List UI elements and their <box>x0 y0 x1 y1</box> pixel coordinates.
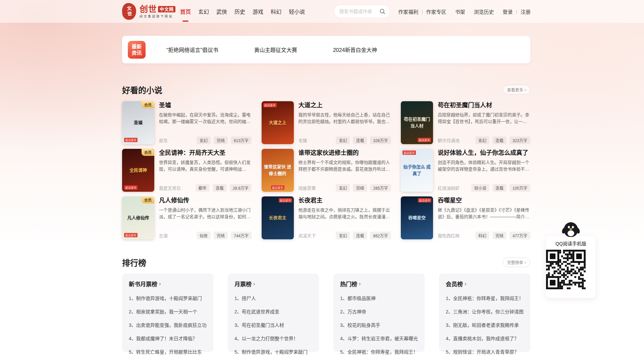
book-card[interactable]: 谁带这家伙 进修士圈的起点读书谁带这家伙进修士圈的修士界有一个不成文的规矩，你哪… <box>262 149 391 192</box>
book-title[interactable]: 凡人修仙传 <box>159 197 252 204</box>
bookshelf-link[interactable]: 书架 <box>455 8 465 15</box>
logo-subtitle: 阅文集团旗下网站 <box>140 15 175 18</box>
ranking-item[interactable]: 4、斗罗：转生岩王帝君，被天幕曝光 <box>340 335 418 342</box>
ranking-item[interactable]: 3、刚无敌，轮回者老婆求我赐传承 <box>446 321 524 328</box>
book-author[interactable]: 阊屋昂黄 <box>299 185 316 191</box>
ranking-row: 新书月票榜›1、制作诡异游戏，十殿阎罗来敲门2、相亲就拿奖励，我一天相一个3、出… <box>122 274 530 352</box>
book-cover[interactable]: 凡人修仙传会员起点读书 <box>122 196 154 239</box>
book-card[interactable]: 凡人修仙传会员起点读书凡人修仙传一个普通山村小子，偶然下进入到当地江湖小门派，成… <box>122 196 252 239</box>
chevron-right-icon: › <box>159 281 161 287</box>
ranking-list-title[interactable]: 会员榜› <box>446 280 524 288</box>
book-card[interactable]: 吞噬星空起点读书吞噬星空继《九鼎记》《盘龙》《星辰变》《寸芒》《星峰传说》后，番… <box>401 196 530 239</box>
book-title[interactable]: 大道之上 <box>299 102 391 109</box>
nav-item-2[interactable]: 武侠 <box>216 0 227 23</box>
ranking-item[interactable]: 4、直播卖桃木剑，我咋成道祖了？ <box>446 335 524 342</box>
ranking-item[interactable]: 2、苟在武道世界成圣 <box>234 308 312 315</box>
book-card[interactable]: 仙子你怎么 成真了起点读书说好体验人生，仙子你怎么成真了创造不同角色，体验精彩人… <box>401 149 530 192</box>
book-cover[interactable]: 仙子你怎么 成真了起点读书 <box>401 149 433 192</box>
book-author[interactable]: 宅猪 <box>299 137 307 143</box>
nav-item-3[interactable]: 历史 <box>234 0 245 23</box>
ranking-item[interactable]: 3、出卖诡异能变强，我卧底疯狂立功 <box>129 321 207 328</box>
ranking-list-title[interactable]: 新书月票榜› <box>129 280 207 288</box>
status-tag: 连载 <box>353 136 367 144</box>
ranking-item[interactable]: 4、以一龙之力打倒整个世界！ <box>234 335 312 342</box>
search-input[interactable] <box>338 8 377 14</box>
book-author[interactable]: 辰东 <box>159 137 168 143</box>
link-separator: | <box>516 9 517 14</box>
book-card[interactable]: 大道之上起点读书大道之上我的爷爷很古怪，他每天给自己上香，站在自己的灵位前吃蜡烛… <box>262 101 391 144</box>
qq-reader-widget[interactable]: QQ阅读手机版 <box>546 236 596 298</box>
book-title[interactable]: 圣墟 <box>159 102 252 109</box>
nav-item-0[interactable]: 首页 <box>180 0 191 23</box>
ranking-list-title[interactable]: 月票榜› <box>234 280 312 288</box>
book-cover[interactable]: 吞噬星空起点读书 <box>401 196 433 239</box>
search-box[interactable] <box>334 5 390 18</box>
writer-zone-link[interactable]: 作家专区 <box>426 8 446 15</box>
ranking-item[interactable]: 4、我都成魔神了！末日才降临？ <box>129 335 207 342</box>
ranking-item[interactable]: 2、相亲就拿奖励，我一天相一个 <box>129 308 207 315</box>
status-tag: 完结 <box>353 184 367 192</box>
ranking-item[interactable]: 2、三角洲：让你考核，你三分钟清图 <box>446 308 524 315</box>
book-author[interactable]: 忘语 <box>159 232 168 239</box>
search-icon[interactable] <box>379 8 385 14</box>
news-item[interactable]: 2024新晋白金大神 <box>333 46 377 54</box>
book-cover[interactable]: 大道之上起点读书 <box>262 101 294 144</box>
ranking-list-title[interactable]: 热门榜› <box>340 280 418 288</box>
history-link[interactable]: 浏览历史 <box>474 8 494 15</box>
book-card[interactable]: 苟在初圣魔门 当人材起点读书苟在初圣魔门当人材吕阳穿越修仙界，却成了魔门初圣宗的… <box>401 101 530 144</box>
book-title[interactable]: 长夜君主 <box>299 197 391 204</box>
book-description: 他游走在长夜之中，徜徉在刀锋之上，摇摆于云端与地狱之间。点燃星魂之火。既然长夜漫… <box>299 207 391 221</box>
login-link[interactable]: 登录 <box>503 8 513 15</box>
nav-item-1[interactable]: 玄幻 <box>198 0 209 23</box>
book-title[interactable]: 吞噬星空 <box>438 197 530 204</box>
ranking-item[interactable]: 5、转生死亡蛛皇，开局献祭比比东 <box>129 348 207 355</box>
nav-item-5[interactable]: 科幻 <box>271 0 281 23</box>
book-card[interactable]: 长夜君主起点读书长夜君主他游走在长夜之中，徜徉在刀锋之上，摇摆于云端与地狱之间。… <box>262 196 391 239</box>
book-cover[interactable]: 苟在初圣魔门 当人材起点读书 <box>401 101 433 144</box>
ranking-item[interactable]: 5、规则怪谈：开局进入青青草原？ <box>446 348 524 355</box>
book-description: 吕阳穿越修仙界，却成了魔门初圣宗的弟子。幸得异宝【百世书】，死后可以重开一世，让… <box>438 112 530 126</box>
chevron-right-icon: › <box>359 281 361 287</box>
book-cover[interactable]: 全民请神会员起点读书 <box>122 149 154 192</box>
rankings-section-head: 排行榜 完整榜单› <box>122 256 530 268</box>
book-author[interactable]: 鹤守月满池 <box>438 137 460 143</box>
wordcount-tag: 613万字 <box>231 136 252 144</box>
book-cover[interactable]: 长夜君主起点读书 <box>262 196 294 239</box>
ranking-item[interactable]: 2、万古神帝 <box>340 308 418 315</box>
writer-welfare-link[interactable]: 作家福利 <box>398 8 418 15</box>
book-title[interactable]: 苟在初圣魔门当人材 <box>438 102 530 109</box>
register-link[interactable]: 注册 <box>521 8 531 15</box>
ranking-item[interactable]: 3、苟在初圣魔门当人材 <box>234 321 312 328</box>
book-description: 创造不同角色，体验精彩人生。开局穿越到一个被架空的吉祥物皇帝身上，通过百世书体验… <box>438 159 530 173</box>
ranking-item[interactable]: 1、都市极品医神 <box>340 295 418 301</box>
chevron-right-icon: › <box>525 87 526 92</box>
site-logo[interactable]: 文世 创世 中文网 阅文集团旗下网站 <box>122 3 175 20</box>
view-more-button[interactable]: 查看更多› <box>503 85 530 95</box>
header: 文世 创世 中文网 阅文集团旗下网站 首页玄幻武侠历史游戏科幻轻小说 <box>0 0 644 23</box>
nav-item-6[interactable]: 轻小说 <box>289 0 305 23</box>
ranking-item[interactable]: 1、捞尸人 <box>234 295 312 301</box>
book-author[interactable]: 红烧油焖虾 <box>438 185 460 191</box>
book-title[interactable]: 谁带这家伙进修士圈的 <box>299 149 391 157</box>
news-item[interactable]: 黄山主题征文大赛 <box>254 46 297 54</box>
book-author[interactable]: 风凌天下 <box>299 232 316 239</box>
cover-brand-chip: 起点读书 <box>418 138 431 142</box>
ranking-item[interactable]: 5、制作诡异游戏，十殿阎罗来敲门 <box>234 348 312 355</box>
ranking-item[interactable]: 1、全民神祇：你拜寿星，我拜阎王！ <box>446 295 524 301</box>
book-cover[interactable]: 谁带这家伙 进修士圈的起点读书 <box>262 149 294 192</box>
ranking-item[interactable]: 3、校花的贴身高手 <box>340 321 418 328</box>
full-rankings-button[interactable]: 完整榜单› <box>503 257 530 267</box>
ranking-item[interactable]: 5、全民神祇：你拜寿星，我拜阎王！ <box>340 348 418 355</box>
book-card[interactable]: 圣墟会员起点读书圣墟在破败中崛起，在寂灭中复苏。沧海成尘，雷电枯竭，那一缕幽雾又… <box>122 101 252 144</box>
nav-item-4[interactable]: 游戏 <box>253 0 263 23</box>
status-tag: 完结 <box>214 232 228 239</box>
book-card[interactable]: 全民请神会员起点读书全民请神：开局齐天大圣世界异变，妖魔复苏，人类恐慌。但很快人… <box>122 149 252 192</box>
book-cover[interactable]: 圣墟会员起点读书 <box>122 101 154 144</box>
ranking-item[interactable]: 1、制作诡异游戏，十殿阎罗来敲门 <box>129 295 207 301</box>
news-item[interactable]: “拒绝网络谣言”倡议书 <box>166 46 218 54</box>
book-author[interactable]: 我是无常巨 <box>159 185 181 191</box>
ranking-panel: 会员榜›1、全民神祇：你拜寿星，我拜阎王！2、三角洲：让你考核，你三分钟清图3、… <box>439 274 530 352</box>
book-title[interactable]: 全民请神：开局齐天大圣 <box>159 149 252 157</box>
book-title[interactable]: 说好体验人生，仙子你怎么成真了 <box>438 149 530 157</box>
book-author[interactable]: 我吃西红柿 <box>438 232 460 239</box>
